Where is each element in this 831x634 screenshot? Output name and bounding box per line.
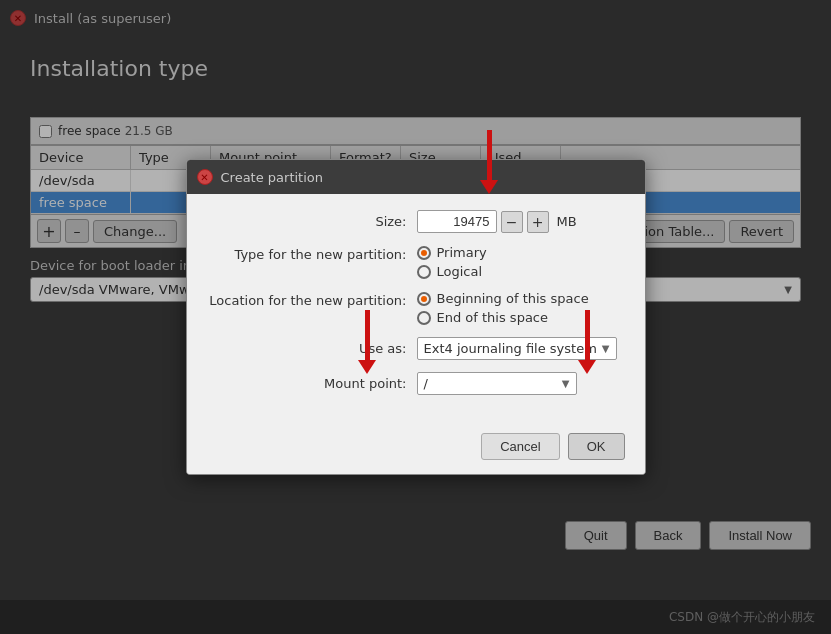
dialog-body: Size: − + MB Type for the new partition:…	[187, 194, 645, 423]
type-control: Primary Logical	[417, 245, 625, 279]
size-increase-button[interactable]: +	[527, 211, 549, 233]
size-label: Size:	[207, 214, 417, 229]
dialog-close-button[interactable]: ✕	[197, 169, 213, 185]
arrow-shaft-ok	[585, 310, 590, 360]
arrow-mount	[358, 310, 376, 374]
location-label: Location for the new partition:	[207, 291, 417, 308]
type-logical-label: Logical	[437, 264, 483, 279]
size-row: Size: − + MB	[207, 210, 625, 233]
type-primary-radio[interactable]	[417, 246, 431, 260]
dialog-footer: Cancel OK	[187, 423, 645, 474]
type-primary-option[interactable]: Primary	[417, 245, 487, 260]
type-row: Type for the new partition: Primary Logi…	[207, 245, 625, 279]
type-logical-option[interactable]: Logical	[417, 264, 487, 279]
size-control: − + MB	[417, 210, 625, 233]
location-beginning-radio[interactable]	[417, 292, 431, 306]
arrow-shaft-mount	[365, 310, 370, 360]
location-end-radio[interactable]	[417, 311, 431, 325]
mount-control: / ▼	[417, 372, 625, 395]
create-partition-dialog: ✕ Create partition Size: − + MB Type for…	[186, 159, 646, 475]
arrow-head-ok	[578, 360, 596, 374]
size-decrease-button[interactable]: −	[501, 211, 523, 233]
location-beginning-option[interactable]: Beginning of this space	[417, 291, 589, 306]
location-row: Location for the new partition: Beginnin…	[207, 291, 625, 325]
dialog-overlay: ✕ Create partition Size: − + MB Type for…	[0, 0, 831, 634]
size-unit: MB	[557, 214, 577, 229]
arrow-head-mount	[358, 360, 376, 374]
mount-arrow-icon: ▼	[562, 378, 570, 389]
arrow-size	[480, 130, 498, 194]
arrow-ok	[578, 310, 596, 374]
location-beginning-label: Beginning of this space	[437, 291, 589, 306]
type-label: Type for the new partition:	[207, 245, 417, 262]
type-radio-group: Primary Logical	[417, 245, 487, 279]
mount-value: /	[424, 376, 428, 391]
dialog-titlebar: ✕ Create partition	[187, 160, 645, 194]
arrow-shaft-size	[487, 130, 492, 180]
mount-row: Mount point: / ▼	[207, 372, 625, 395]
location-radio-group: Beginning of this space End of this spac…	[417, 291, 589, 325]
arrow-head-size	[480, 180, 498, 194]
use-as-arrow-icon: ▼	[602, 343, 610, 354]
location-end-label: End of this space	[437, 310, 549, 325]
use-as-row: Use as: Ext4 journaling file system ▼	[207, 337, 625, 360]
ok-button[interactable]: OK	[568, 433, 625, 460]
type-logical-radio[interactable]	[417, 265, 431, 279]
use-as-value: Ext4 journaling file system	[424, 341, 597, 356]
mount-select[interactable]: / ▼	[417, 372, 577, 395]
type-primary-label: Primary	[437, 245, 487, 260]
use-as-label: Use as:	[207, 341, 417, 356]
mount-label: Mount point:	[207, 376, 417, 391]
dialog-title: Create partition	[221, 170, 324, 185]
location-end-option[interactable]: End of this space	[417, 310, 589, 325]
cancel-button[interactable]: Cancel	[481, 433, 559, 460]
size-input[interactable]	[417, 210, 497, 233]
